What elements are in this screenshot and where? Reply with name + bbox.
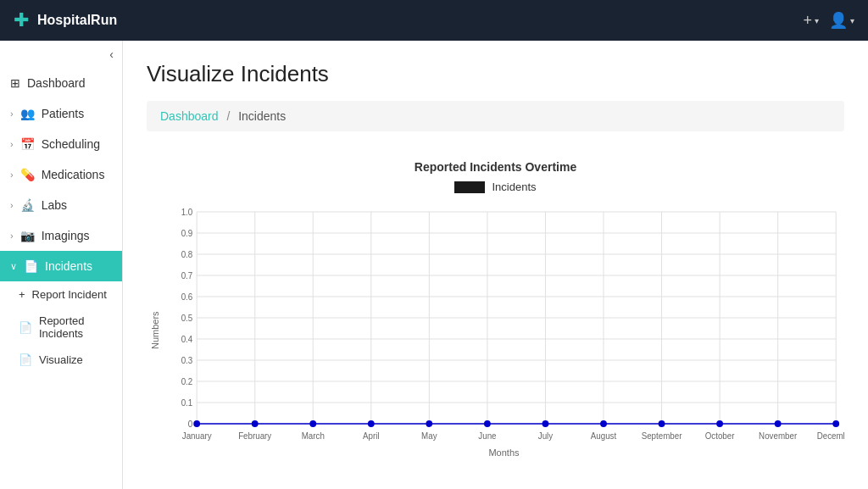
sidebar-item-imagings[interactable]: › 📷 Imagings bbox=[0, 220, 122, 251]
svg-text:0.7: 0.7 bbox=[181, 271, 193, 281]
sidebar: ‹ ⊞ Dashboard › 👥 Patients › 📅 Schedulin… bbox=[0, 41, 123, 489]
svg-text:April: April bbox=[363, 431, 380, 441]
sidebar-label-reported-incidents: Reported Incidents bbox=[39, 314, 112, 340]
x-axis-label: Months bbox=[164, 447, 844, 458]
svg-point-41 bbox=[600, 420, 607, 427]
svg-text:August: August bbox=[591, 431, 617, 441]
incidents-icon: 📄 bbox=[24, 259, 38, 273]
chevron-medications-icon: › bbox=[10, 169, 14, 180]
chart-title: Reported Incidents Overtime bbox=[147, 160, 844, 174]
svg-text:0.5: 0.5 bbox=[181, 314, 193, 323]
patients-icon: 👥 bbox=[20, 107, 35, 120]
svg-text:0.2: 0.2 bbox=[181, 377, 193, 386]
svg-text:0.1: 0.1 bbox=[181, 398, 193, 408]
svg-text:0.6: 0.6 bbox=[181, 292, 193, 302]
dashboard-icon: ⊞ bbox=[10, 76, 20, 90]
svg-text:July: July bbox=[538, 431, 553, 441]
medications-icon: 💊 bbox=[20, 168, 35, 181]
svg-text:February: February bbox=[238, 431, 271, 441]
sidebar-item-medications[interactable]: › 💊 Medications bbox=[0, 159, 122, 190]
svg-text:January: January bbox=[182, 431, 212, 441]
chevron-imagings-icon: › bbox=[10, 231, 14, 241]
page-title: Visualize Incidents bbox=[147, 61, 844, 87]
y-axis-label: Numbers bbox=[147, 203, 164, 458]
logo-icon: ✚ bbox=[14, 9, 29, 31]
svg-point-37 bbox=[368, 420, 375, 427]
svg-text:October: October bbox=[705, 431, 735, 441]
sidebar-item-dashboard[interactable]: ⊞ Dashboard bbox=[0, 68, 122, 98]
chart-svg: 1.0 0.9 0.8 0.7 0.6 0.5 0.4 0.3 0.2 0.1 … bbox=[164, 203, 844, 441]
chevron-scheduling-icon: › bbox=[10, 139, 14, 149]
breadcrumb-current: Incidents bbox=[238, 109, 286, 123]
breadcrumb-dashboard-link[interactable]: Dashboard bbox=[160, 109, 219, 123]
svg-text:June: June bbox=[478, 431, 497, 441]
breadcrumb-separator: / bbox=[226, 109, 230, 123]
sidebar-label-labs: Labs bbox=[42, 198, 67, 212]
svg-point-39 bbox=[484, 420, 491, 427]
svg-text:September: September bbox=[642, 431, 683, 441]
brand-area: ✚ HospitalRun bbox=[14, 9, 117, 31]
sidebar-item-reported-incidents[interactable]: 📄 Reported Incidents bbox=[0, 308, 122, 347]
svg-point-44 bbox=[775, 420, 782, 427]
add-button[interactable]: +▾ bbox=[803, 12, 819, 30]
sidebar-label-scheduling: Scheduling bbox=[42, 137, 100, 151]
sidebar-item-visualize[interactable]: 📄 Visualize bbox=[0, 347, 122, 373]
svg-point-40 bbox=[542, 420, 549, 427]
sidebar-item-labs[interactable]: › 🔬 Labs bbox=[0, 190, 122, 220]
body-wrap: ‹ ⊞ Dashboard › 👥 Patients › 📅 Schedulin… bbox=[0, 41, 868, 489]
main-content: Visualize Incidents Dashboard / Incident… bbox=[123, 41, 868, 489]
sidebar-toggle-button[interactable]: ‹ bbox=[0, 41, 122, 68]
svg-text:0.9: 0.9 bbox=[181, 229, 193, 238]
svg-text:0.3: 0.3 bbox=[181, 356, 193, 365]
app-name: HospitalRun bbox=[37, 13, 117, 28]
sidebar-label-incidents: Incidents bbox=[45, 259, 92, 273]
sidebar-item-report-incident[interactable]: + Report Incident bbox=[0, 281, 122, 308]
plus-icon: + bbox=[19, 288, 25, 301]
legend-color-box bbox=[454, 181, 485, 193]
svg-point-34 bbox=[193, 420, 200, 427]
svg-point-45 bbox=[832, 420, 839, 427]
top-navigation: ✚ HospitalRun +▾ 👤▾ bbox=[0, 0, 868, 41]
svg-point-43 bbox=[716, 420, 723, 427]
svg-text:March: March bbox=[302, 431, 325, 441]
imagings-icon: 📷 bbox=[20, 229, 35, 242]
chevron-patients-icon: › bbox=[10, 108, 14, 119]
sidebar-label-dashboard: Dashboard bbox=[27, 76, 86, 90]
breadcrumb: Dashboard / Incidents bbox=[147, 101, 844, 131]
sidebar-label-medications: Medications bbox=[42, 168, 105, 181]
chart-area: Numbers bbox=[147, 203, 844, 458]
svg-point-35 bbox=[252, 420, 259, 427]
labs-icon: 🔬 bbox=[20, 198, 35, 212]
chart-inner: 1.0 0.9 0.8 0.7 0.6 0.5 0.4 0.3 0.2 0.1 … bbox=[164, 203, 844, 458]
svg-text:May: May bbox=[421, 431, 437, 441]
sidebar-label-imagings: Imagings bbox=[42, 229, 90, 242]
svg-text:0: 0 bbox=[188, 420, 193, 429]
svg-text:December: December bbox=[817, 431, 844, 441]
visualize-icon: 📄 bbox=[19, 353, 32, 366]
legend-label: Incidents bbox=[492, 181, 536, 193]
sidebar-item-scheduling[interactable]: › 📅 Scheduling bbox=[0, 129, 122, 159]
scheduling-icon: 📅 bbox=[20, 137, 35, 151]
chart-container: Reported Incidents Overtime Incidents Nu… bbox=[147, 152, 844, 466]
chart-legend: Incidents bbox=[147, 181, 844, 193]
chevron-incidents-icon: ∨ bbox=[10, 261, 17, 272]
sidebar-label-report-incident: Report Incident bbox=[32, 288, 107, 301]
svg-point-38 bbox=[426, 420, 432, 427]
svg-point-42 bbox=[659, 420, 665, 427]
sidebar-item-patients[interactable]: › 👥 Patients bbox=[0, 98, 122, 129]
topnav-actions: +▾ 👤▾ bbox=[803, 11, 854, 30]
reported-incidents-icon: 📄 bbox=[19, 321, 32, 334]
sidebar-label-patients: Patients bbox=[42, 107, 85, 120]
sidebar-label-visualize: Visualize bbox=[39, 353, 83, 366]
svg-point-36 bbox=[309, 420, 316, 427]
svg-text:0.8: 0.8 bbox=[181, 250, 193, 259]
user-button[interactable]: 👤▾ bbox=[829, 11, 854, 30]
sidebar-item-incidents[interactable]: ∨ 📄 Incidents bbox=[0, 251, 122, 281]
chevron-labs-icon: › bbox=[10, 200, 14, 210]
svg-text:November: November bbox=[759, 431, 798, 441]
svg-text:0.4: 0.4 bbox=[181, 335, 193, 344]
svg-text:1.0: 1.0 bbox=[181, 208, 193, 217]
